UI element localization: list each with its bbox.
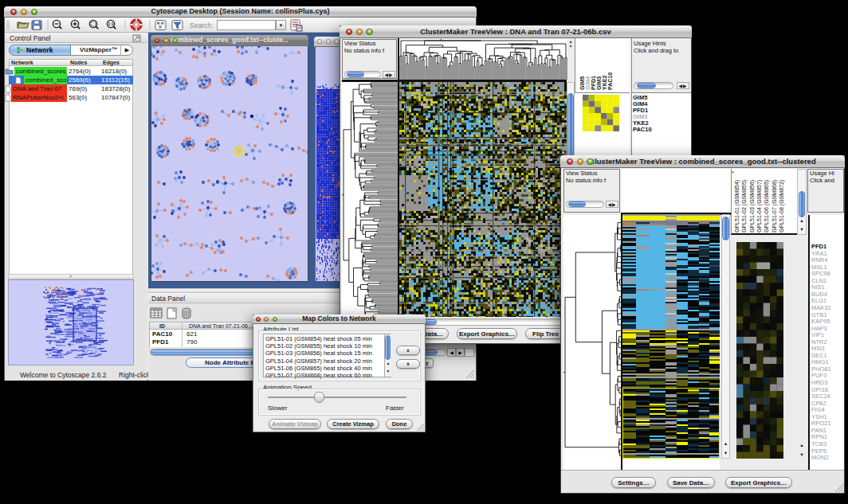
svg-text:1:1: 1:1: [108, 21, 113, 26]
